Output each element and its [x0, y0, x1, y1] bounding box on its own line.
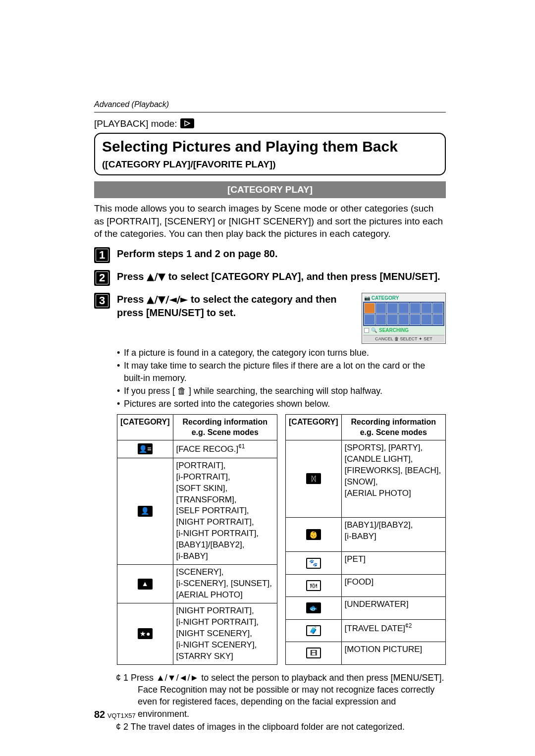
portrait-icon: 👤 — [138, 506, 153, 517]
screenshot-category-label: 📷 CATEGORY — [363, 294, 444, 302]
category-icon-cell: 👤 — [117, 458, 173, 564]
step-number-2: 2 — [94, 270, 110, 286]
bullet-item: If a picture is found in a category, the… — [117, 347, 446, 359]
up-down-arrows-icon: ▲/▼ — [147, 270, 165, 282]
page-number: 82 — [94, 709, 105, 720]
category-text-cell: [UNDERWATER] — [341, 597, 445, 619]
table-row: 👶[BABY1]/[BABY2], [i-BABY] — [286, 518, 446, 552]
pet-icon: 🐾 — [306, 558, 321, 569]
category-icon-cell: ▲ — [117, 565, 173, 603]
page-footer: 82 VQT1X57 — [94, 708, 136, 721]
title-bar: Selecting Pictures and Playing them Back… — [94, 133, 446, 175]
category-text-cell: [NIGHT PORTRAIT], [i-NIGHT PORTRAIT], [N… — [173, 603, 277, 664]
category-text-cell: [FACE RECOG.]¢1 — [173, 440, 277, 458]
scenery-icon: ▲ — [138, 579, 153, 590]
doc-code: VQT1X57 — [107, 712, 136, 719]
table-row: ᛞ[SPORTS], [PARTY], [CANDLE LIGHT], [FIR… — [286, 440, 446, 517]
table-row: 🐾[PET] — [286, 552, 446, 574]
table-header-category: [CATEGORY] — [117, 414, 173, 440]
category-icon-cell: ★● — [117, 603, 173, 664]
face-recog-icon: 👤≡ — [138, 443, 153, 454]
table-row: 🍽[FOOD] — [286, 574, 446, 596]
step-2-title: Press ▲/▼ to select [CATEGORY PLAY], and… — [117, 270, 446, 283]
step-1: 1 Perform steps 1 and 2 on page 80. — [94, 247, 446, 263]
step-1-title: Perform steps 1 and 2 on page 80. — [117, 247, 446, 261]
screenshot-searching-label: SEARCHING — [379, 327, 409, 334]
table-row: 🐟[UNDERWATER] — [286, 597, 446, 619]
intro-text: This mode allows you to search images by… — [94, 202, 446, 240]
svg-marker-0 — [185, 121, 190, 126]
category-table-right: [CATEGORY] Recording informatione.g. Sce… — [285, 414, 446, 665]
category-icon-cell: 🍽 — [286, 574, 342, 596]
bullet-item: If you press [ 🗑 ] while searching, the … — [117, 385, 446, 397]
category-icon-cell: 🧳 — [286, 619, 342, 642]
step-number-3: 3 — [94, 293, 110, 309]
table-row: 👤≡[FACE RECOG.]¢1 — [117, 440, 277, 458]
step-3-pre: Press — [117, 294, 147, 305]
table-header-category: [CATEGORY] — [286, 414, 342, 440]
travel-icon: 🧳 — [306, 625, 321, 636]
underwater-icon: 🐟 — [306, 602, 321, 613]
table-row: 🎞[MOTION PICTURE] — [286, 642, 446, 664]
section-label: Advanced (Playback) — [94, 99, 446, 110]
step-2-pre: Press — [117, 271, 147, 282]
step-2-post: to select [CATEGORY PLAY], and then pres… — [165, 271, 440, 282]
baby-icon: 👶 — [306, 529, 321, 540]
footnote-1: ¢ 1 Press ▲/▼/◄/► to select the person t… — [116, 672, 446, 720]
page-subtitle: ([CATEGORY PLAY]/[FAVORITE PLAY]) — [102, 158, 438, 171]
category-table-left: [CATEGORY] Recording informatione.g. Sce… — [117, 414, 277, 665]
screenshot-searching-row: 🔍 SEARCHING — [363, 326, 444, 335]
category-icon-cell: 🎞 — [286, 642, 342, 664]
category-text-cell: [MOTION PICTURE] — [341, 642, 445, 664]
table-row: ▲[SCENERY], [i-SCENERY], [SUNSET], [AERI… — [117, 565, 277, 603]
footnotes: ¢ 1 Press ▲/▼/◄/► to select the person t… — [94, 672, 446, 733]
step-3-bullets: If a picture is found in a category, the… — [117, 347, 446, 410]
screenshot-bottom-bar: CANCEL 🗑 SELECT ✦ SET — [363, 335, 444, 342]
dpad-arrows-icon: ▲/▼/◄/► — [147, 293, 188, 305]
category-text-cell: [PET] — [341, 552, 445, 574]
table-header-recinfo: Recording informatione.g. Scene modes — [341, 414, 445, 440]
camera-screenshot: 📷 CATEGORY 🔍 SEARCHING CANCEL 🗑 SELECT ✦… — [362, 293, 446, 344]
step-number-1: 1 — [94, 247, 110, 263]
playback-mode-line: [PLAYBACK] mode: — [94, 117, 446, 130]
motion-icon: 🎞 — [306, 648, 321, 658]
page-title: Selecting Pictures and Playing them Back — [102, 137, 438, 157]
playback-icon — [180, 118, 194, 128]
step-2: 2 Press ▲/▼ to select [CATEGORY PLAY], a… — [94, 270, 446, 286]
category-text-cell: [SPORTS], [PARTY], [CANDLE LIGHT], [FIRE… — [341, 440, 445, 517]
table-header-recinfo: Recording informatione.g. Scene modes — [173, 414, 277, 440]
category-icon-cell: ᛞ — [286, 440, 342, 517]
category-text-cell: [PORTRAIT], [i-PORTRAIT], [SOFT SKIN], [… — [173, 458, 277, 564]
category-text-cell: [TRAVEL DATE]¢2 — [341, 619, 445, 642]
step-3-title: Press ▲/▼/◄/► to select the category and… — [117, 293, 354, 320]
category-play-heading: [CATEGORY PLAY] — [94, 181, 446, 198]
screenshot-grid — [363, 302, 444, 326]
category-icon-cell: 🐾 — [286, 552, 342, 574]
category-text-cell: [FOOD] — [341, 574, 445, 596]
step-3: 3 Press ▲/▼/◄/► to select the category a… — [94, 293, 446, 665]
category-icon-cell: 🐟 — [286, 597, 342, 619]
screenshot-thumb-icon — [364, 328, 369, 333]
footnote-2: ¢ 2 The travel dates of images in the cl… — [116, 721, 446, 733]
table-row: 👤[PORTRAIT], [i-PORTRAIT], [SOFT SKIN], … — [117, 458, 277, 564]
section-divider — [94, 112, 446, 112]
table-row: 🧳[TRAVEL DATE]¢2 — [286, 619, 446, 642]
category-text-cell: [BABY1]/[BABY2], [i-BABY] — [341, 518, 445, 552]
food-icon: 🍽 — [306, 580, 321, 591]
sports-icon: ᛞ — [306, 473, 321, 484]
category-icon-cell: 👶 — [286, 518, 342, 552]
bullet-item: Pictures are sorted into the categories … — [117, 398, 446, 410]
playback-mode-label: [PLAYBACK] mode: — [94, 117, 177, 130]
category-icon-cell: 👤≡ — [117, 440, 173, 458]
category-text-cell: [SCENERY], [i-SCENERY], [SUNSET], [AERIA… — [173, 565, 277, 603]
night-scenery-icon: ★● — [138, 628, 153, 639]
bullet-item: It may take time to search the picture f… — [117, 360, 446, 384]
category-tables: [CATEGORY] Recording informatione.g. Sce… — [117, 414, 446, 665]
table-row: ★●[NIGHT PORTRAIT], [i-NIGHT PORTRAIT], … — [117, 603, 277, 664]
